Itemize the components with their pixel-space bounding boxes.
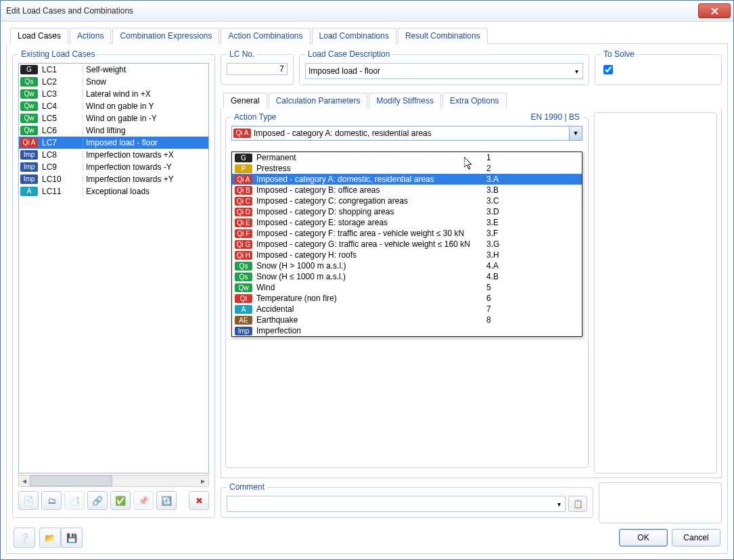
dd-label: Snow (H ≤ 1000 m a.s.l.) xyxy=(256,272,486,281)
dd-num: 3.E xyxy=(486,218,513,227)
horizontal-scrollbar[interactable]: ◂ ▸ xyxy=(18,475,209,487)
dropdown-item[interactable]: GPermanent1 xyxy=(232,152,582,163)
action-type-dropdown[interactable]: GPermanent1PPrestress2Qi AImposed - cate… xyxy=(231,151,582,337)
accept-button[interactable]: ✅ xyxy=(110,491,131,510)
lcno-input[interactable] xyxy=(227,63,288,75)
ok-button[interactable]: OK xyxy=(619,529,668,546)
dd-label: Imposed - category B: office areas xyxy=(256,185,486,195)
scroll-left-arrow-icon[interactable]: ◂ xyxy=(19,475,30,486)
dropdown-item[interactable]: AEEarthquake8 xyxy=(232,314,582,325)
lc-tag: Qw xyxy=(20,114,38,123)
load-case-row[interactable]: Qi ALC7Imposed load - floor xyxy=(19,137,208,149)
scroll-right-arrow-icon[interactable]: ▸ xyxy=(198,475,208,486)
delete-button[interactable]: ✖ xyxy=(189,491,209,510)
load-case-list[interactable]: GLC1Self-weightQsLC2SnowQwLC3Lateral win… xyxy=(18,63,209,473)
titlebar: Edit Load Cases and Combinations xyxy=(1,1,733,22)
dropdown-item[interactable]: Qi GImposed - category G: traffic area -… xyxy=(232,239,582,250)
standard-label: EN 1990 | BS xyxy=(531,112,580,122)
dropdown-item[interactable]: Qi CImposed - category C: congregation a… xyxy=(232,195,582,206)
main-tab[interactable]: Result Combinations xyxy=(398,28,488,44)
sub-tab[interactable]: Calculation Parameters xyxy=(269,93,368,109)
load-case-row[interactable]: ImpLC9Imperfection towards -Y xyxy=(19,161,208,173)
dropdown-item[interactable]: QtTemperature (non fire)6 xyxy=(232,293,582,304)
lc-tag: Imp xyxy=(20,174,38,184)
dropdown-item[interactable]: QwWind5 xyxy=(232,282,582,293)
dd-num: 3.G xyxy=(486,239,513,249)
batch-new-button[interactable]: 🗂 xyxy=(41,491,62,510)
dd-label: Imposed - category C: congregation areas xyxy=(256,196,486,206)
lc-tag: G xyxy=(20,65,38,74)
main-tab[interactable]: Actions xyxy=(70,28,111,44)
lc-code: LC10 xyxy=(39,174,83,184)
load-case-row[interactable]: QwLC3Lateral wind in +X xyxy=(19,88,208,100)
load-case-row[interactable]: ALC11Exceptional loads xyxy=(19,185,208,197)
dd-label: Imposed - category E: storage areas xyxy=(256,218,486,227)
dd-num: 8 xyxy=(486,315,513,325)
dropdown-button[interactable]: ▼ xyxy=(569,126,582,140)
dropdown-item[interactable]: QsSnow (H > 1000 m a.s.l.)4.A xyxy=(232,260,582,271)
blank-side-panel xyxy=(594,112,717,473)
load-case-row[interactable]: ImpLC8Imperfection towards +X xyxy=(19,149,208,161)
dropdown-item[interactable]: Qi BImposed - category B: office areas3.… xyxy=(232,185,582,195)
copy-button[interactable]: 📑 xyxy=(64,491,85,510)
load-case-row[interactable]: QsLC2Snow xyxy=(19,76,208,88)
dd-num: 4.A xyxy=(486,261,513,271)
sub-tab[interactable]: General xyxy=(223,93,267,109)
dd-label: Imposed - category D: shopping areas xyxy=(256,207,486,216)
action-type-label: Action Type xyxy=(234,112,276,122)
new-button[interactable]: 📄 xyxy=(18,491,39,510)
dropdown-item[interactable]: Qi DImposed - category D: shopping areas… xyxy=(232,206,582,217)
load-case-row[interactable]: QwLC5Wind on gable in -Y xyxy=(19,112,208,124)
load-case-row[interactable]: QwLC6Wind lifting xyxy=(19,124,208,137)
action-type-value: Imposed - category A: domestic, resident… xyxy=(254,129,569,138)
lc-tag: Qi A xyxy=(20,138,38,147)
action-type-tag: Qi A xyxy=(233,129,251,138)
dropdown-item[interactable]: Qi HImposed - category H: roofs3.H xyxy=(232,250,582,260)
dd-tag: A xyxy=(235,305,252,314)
main-tab[interactable]: Combination Expressions xyxy=(112,28,219,44)
dropdown-item[interactable]: QsSnow (H ≤ 1000 m a.s.l.)4.B xyxy=(232,271,582,282)
dropdown-item[interactable]: Qi AImposed - category A: domestic, resi… xyxy=(232,174,582,185)
load-case-row[interactable]: GLC1Self-weight xyxy=(19,64,208,76)
lc-desc: Exceptional loads xyxy=(83,187,208,196)
dd-tag: Qi B xyxy=(235,186,252,195)
lc-desc: Imposed load - floor xyxy=(83,138,208,147)
dd-label: Accidental xyxy=(256,304,486,314)
main-tab[interactable]: Action Combinations xyxy=(221,28,310,44)
open-folder-button[interactable]: 📂 xyxy=(39,528,61,548)
window-title: Edit Load Cases and Combinations xyxy=(6,6,133,16)
main-tab[interactable]: Load Combinations xyxy=(312,28,396,44)
main-tab[interactable]: Load Cases xyxy=(10,28,68,44)
main-tabs: Load CasesActionsCombination Expressions… xyxy=(10,27,728,44)
help-button[interactable]: ❔ xyxy=(14,528,35,548)
link-button[interactable]: 🔗 xyxy=(87,491,108,510)
solve-checkbox[interactable] xyxy=(603,65,613,74)
sub-tab[interactable]: Extra Options xyxy=(442,93,507,109)
dropdown-item[interactable]: Qi FImposed - category F: traffic area -… xyxy=(232,228,582,239)
dropdown-item[interactable]: AAccidental7 xyxy=(232,304,582,314)
dd-tag: G xyxy=(235,154,252,162)
refresh-button[interactable]: 🔃 xyxy=(156,491,177,510)
lc-tag: Qw xyxy=(20,101,38,111)
close-button[interactable] xyxy=(698,3,731,18)
pin-button[interactable]: 📌 xyxy=(133,491,154,510)
dd-label: Imposed - category A: domestic, resident… xyxy=(256,174,486,184)
scroll-thumb[interactable] xyxy=(30,475,112,486)
action-type-combo[interactable]: Qi A Imposed - category A: domestic, res… xyxy=(231,126,582,141)
dropdown-arrow-icon: ▾ xyxy=(570,68,582,75)
dropdown-item[interactable]: Qi EImposed - category E: storage areas3… xyxy=(232,217,582,228)
sub-tab[interactable]: Modify Stiffness xyxy=(369,93,440,109)
save-button[interactable]: 💾 xyxy=(61,528,83,548)
dd-num: 3.A xyxy=(486,174,513,184)
desc-combo[interactable]: Imposed load - floor ▾ xyxy=(305,63,583,79)
dd-tag: Qw xyxy=(235,283,252,292)
load-case-row[interactable]: QwLC4Wind on gable in Y xyxy=(19,100,208,112)
dd-num: 3.C xyxy=(486,196,513,206)
dropdown-item[interactable]: PPrestress2 xyxy=(232,163,582,174)
load-case-row[interactable]: ImpLC10Imperfection towards +Y xyxy=(19,173,208,185)
comment-pick-button[interactable]: 📋 xyxy=(568,496,587,512)
dropdown-item[interactable]: ImpImperfection xyxy=(232,325,582,336)
comment-combo[interactable]: ▾ xyxy=(227,496,566,512)
cancel-button[interactable]: Cancel xyxy=(672,529,720,546)
lc-code: LC9 xyxy=(39,162,83,172)
